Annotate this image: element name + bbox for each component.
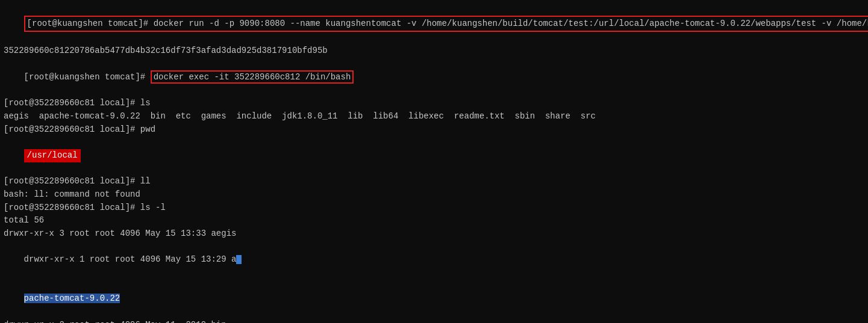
ll-error-line: bash: ll: command not found xyxy=(4,188,864,201)
cursor-block xyxy=(236,255,242,264)
pwd-result-line: /usr/local xyxy=(4,136,864,175)
ls-command-line: [root@352289660c81 local]# ls xyxy=(4,97,864,110)
bin-line: drwxr-xr-x 2 root root 4096 May 11 2019 … xyxy=(4,319,864,323)
apache-tomcat-line: drwxr-xr-x 1 root root 4096 May 15 13:29… xyxy=(4,241,864,280)
selected-text: pache-tomcat-9.0.22 xyxy=(24,294,120,303)
ls-l-command-line: [root@352289660c81 local]# ls -l xyxy=(4,201,864,215)
docker-run-highlight: [root@kuangshen tomcat]# docker run -d -… xyxy=(24,16,868,32)
apache-tomcat-selected-line: pache-tomcat-9.0.22 xyxy=(4,280,864,319)
docker-exec-line: [root@kuangshen tomcat]# docker exec -it… xyxy=(4,58,864,97)
pwd-command-line: [root@352289660c81 local]# pwd xyxy=(4,123,864,137)
total-line: total 56 xyxy=(4,214,864,227)
aegis-line: drwxr-xr-x 3 root root 4096 May 15 13:33… xyxy=(4,227,864,241)
terminal: [root@kuangshen tomcat]# docker run -d -… xyxy=(0,0,868,323)
ll-command-line: [root@352289660c81 local]# ll xyxy=(4,175,864,188)
exec-command-highlight: docker exec -it 352289660c812 /bin/bash xyxy=(151,70,354,84)
apache-line-prefix: drwxr-xr-x 1 root root 4096 May 15 13:29… xyxy=(24,254,237,264)
exec-prompt: [root@kuangshen tomcat]# xyxy=(24,72,151,82)
docker-run-line: [root@kuangshen tomcat]# docker run -d -… xyxy=(4,2,864,45)
pwd-result-highlight: /usr/local xyxy=(24,149,81,162)
container-id-line: 352289660c81220786ab5477db4b32c16df73f3a… xyxy=(4,45,864,58)
ls-output-line: aegis apache-tomcat-9.0.22 bin etc games… xyxy=(4,110,864,123)
